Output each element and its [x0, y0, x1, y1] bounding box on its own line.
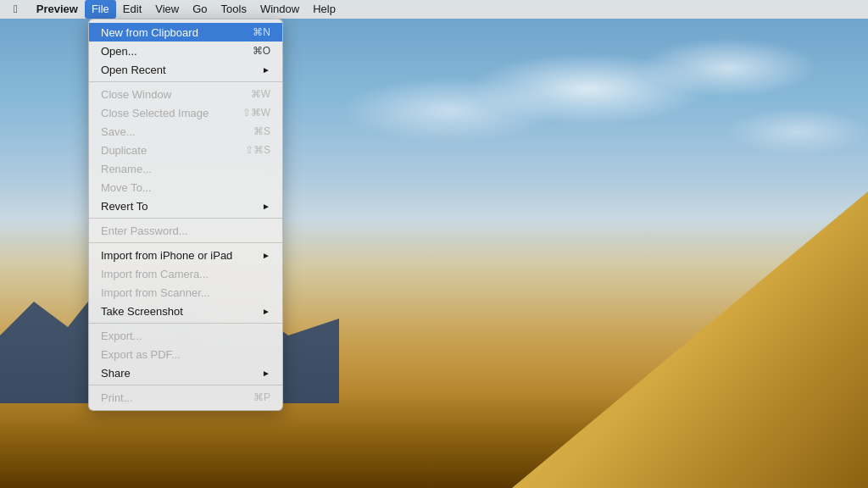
separator-3	[89, 242, 282, 243]
menubar-window[interactable]: Window	[253, 0, 306, 19]
menu-item-take-screenshot[interactable]: Take Screenshot ►	[89, 302, 282, 320]
menu-item-new-from-clipboard-label: New from Clipboard	[101, 26, 253, 39]
menu-item-open-shortcut: ⌘O	[253, 45, 270, 57]
menu-item-export-label: Export...	[101, 330, 270, 342]
menu-item-close-selected-image-label: Close Selected Image	[101, 107, 242, 119]
take-screenshot-arrow-icon: ►	[262, 307, 270, 316]
menu-item-save-shortcut: ⌘S	[253, 125, 270, 137]
menu-item-duplicate[interactable]: Duplicate ⇧⌘S	[89, 141, 282, 159]
menu-item-duplicate-label: Duplicate	[101, 144, 245, 157]
menubar-go[interactable]: Go	[186, 0, 214, 19]
import-iphone-arrow-icon: ►	[262, 251, 270, 260]
menu-item-close-selected-image-shortcut: ⇧⌘W	[242, 107, 270, 119]
menu-item-close-selected-image[interactable]: Close Selected Image ⇧⌘W	[89, 103, 282, 122]
menu-item-share-label: Share	[101, 367, 262, 380]
menu-item-import-scanner-label: Import from Scanner...	[101, 286, 270, 299]
menu-item-print[interactable]: Print... ⌘P	[89, 388, 282, 407]
menubar-tools[interactable]: Tools	[214, 0, 253, 19]
menu-item-close-window[interactable]: Close Window ⌘W	[89, 85, 282, 103]
menu-item-share[interactable]: Share ►	[89, 363, 282, 382]
menu-item-open-recent-label: Open Recent	[101, 64, 262, 76]
menu-item-open-label: Open...	[101, 45, 253, 58]
menu-item-rename-label: Rename...	[101, 163, 270, 175]
menu-item-import-scanner[interactable]: Import from Scanner...	[89, 283, 282, 302]
menu-item-open-recent[interactable]: Open Recent ►	[89, 60, 282, 79]
menu-item-new-from-clipboard[interactable]: New from Clipboard ⌘N	[89, 23, 282, 42]
menu-item-move-to-label: Move To...	[101, 181, 270, 194]
separator-1	[89, 81, 282, 82]
menu-item-move-to[interactable]: Move To...	[89, 178, 282, 197]
menu-item-enter-password-label: Enter Password...	[101, 225, 270, 237]
menubar-edit[interactable]: Edit	[116, 0, 148, 19]
share-arrow-icon: ►	[262, 369, 270, 378]
open-recent-arrow-icon: ►	[262, 65, 270, 75]
menu-item-close-window-shortcut: ⌘W	[251, 88, 270, 100]
menu-item-rename[interactable]: Rename...	[89, 159, 282, 178]
menu-item-export[interactable]: Export...	[89, 326, 282, 345]
menu-item-import-camera[interactable]: Import from Camera...	[89, 264, 282, 283]
menu-item-save-label: Save...	[101, 125, 253, 138]
separator-5	[89, 385, 282, 385]
menubar:  Preview File Edit View Go Tools Window…	[0, 0, 868, 19]
menu-item-export-as-pdf[interactable]: Export as PDF...	[89, 345, 282, 363]
revert-to-arrow-icon: ►	[262, 202, 270, 211]
menu-item-duplicate-shortcut: ⇧⌘S	[245, 144, 270, 156]
menubar-help[interactable]: Help	[306, 0, 342, 19]
menu-item-import-iphone-ipad[interactable]: Import from iPhone or iPad ►	[89, 246, 282, 264]
menu-item-print-label: Print...	[101, 391, 253, 404]
menu-item-revert-to-label: Revert To	[101, 200, 262, 213]
menubar-file[interactable]: File	[85, 0, 116, 19]
menu-item-enter-password[interactable]: Enter Password...	[89, 221, 282, 240]
menu-item-save[interactable]: Save... ⌘S	[89, 122, 282, 141]
menu-item-new-from-clipboard-shortcut: ⌘N	[253, 26, 270, 38]
menu-item-print-shortcut: ⌘P	[253, 391, 270, 403]
menu-item-open[interactable]: Open... ⌘O	[89, 42, 282, 60]
separator-4	[89, 323, 282, 324]
separator-2	[89, 218, 282, 219]
menu-item-import-camera-label: Import from Camera...	[101, 268, 270, 280]
menu-item-import-iphone-ipad-label: Import from iPhone or iPad	[101, 249, 262, 262]
menubar-preview[interactable]: Preview	[30, 0, 85, 19]
menu-item-close-window-label: Close Window	[101, 88, 251, 101]
menubar-view[interactable]: View	[148, 0, 186, 19]
menu-item-take-screenshot-label: Take Screenshot	[101, 305, 262, 318]
menu-item-export-as-pdf-label: Export as PDF...	[101, 348, 270, 361]
file-menu-dropdown: New from Clipboard ⌘N Open... ⌘O Open Re…	[88, 19, 283, 411]
apple-menu[interactable]: 	[7, 0, 25, 19]
menu-item-revert-to[interactable]: Revert To ►	[89, 197, 282, 215]
